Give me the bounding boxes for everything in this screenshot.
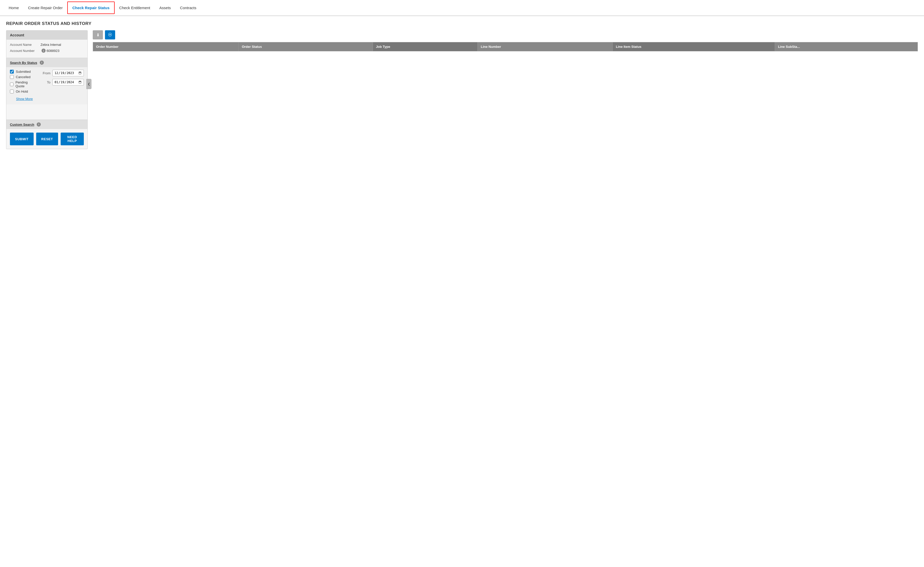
account-number-label: Account Number [10,49,41,52]
toolbar: ⬇ ⦿ [93,30,918,39]
col-line-number: Line Number [478,42,613,51]
status-checkboxes: Submitted Cancelled Pending Quote [10,70,36,93]
nav-check-entitlement[interactable]: Check Entitlement [114,0,155,15]
nav-create-repair-order[interactable]: Create Repair Order [23,0,67,15]
account-number-row: Account Number i 6088923 [10,49,84,52]
col-line-item-status: Line Item Status [613,42,775,51]
account-name-row: Account Name Zebra Internal [10,43,84,46]
account-number-info-icon[interactable]: i [42,49,46,52]
account-section-header: Account [6,30,87,40]
main-layout: Account Account Name Zebra Internal Acco… [6,30,918,149]
download-icon: ⬇ [96,33,99,38]
submit-button[interactable]: SUBMIT [10,133,34,146]
col-order-status: Order Status [239,42,373,51]
to-date-input[interactable] [53,79,84,86]
col-order-number: Order Number [93,42,239,51]
search-body: Submitted Cancelled Pending Quote [6,67,87,104]
download-button[interactable]: ⬇ [93,30,103,39]
table-header-row: Order Number Order Status Job Type Line … [93,42,918,51]
account-number-value: 6088923 [47,49,60,52]
nav-home[interactable]: Home [4,0,23,15]
page-title: REPAIR ORDER STATUS AND HISTORY [6,21,918,26]
checkbox-on-hold-label: On Hold [16,90,28,93]
table-header: Order Number Order Status Job Type Line … [93,42,918,51]
from-date-label: From [41,71,50,75]
from-date-row: From [41,70,84,76]
checkbox-submitted[interactable] [10,70,14,74]
collapse-icon: ❮ [88,82,90,86]
checkbox-submitted-row: Submitted [10,70,31,74]
custom-search-header[interactable]: Custom Search i [6,120,87,129]
right-panel: ⬇ ⦿ Order Number Order Status Job Type L… [93,30,918,51]
show-more-link[interactable]: Show More [16,97,33,101]
checkbox-cancelled[interactable] [10,75,14,79]
results-table-container: Order Number Order Status Job Type Line … [93,42,918,51]
nav-assets[interactable]: Assets [155,0,176,15]
checkbox-on-hold-row: On Hold [10,90,28,93]
checkbox-pending-quote-label: Pending Quote [15,80,36,88]
col-job-type: Job Type [373,42,478,51]
checkbox-cancelled-row: Cancelled [10,75,30,79]
columns-icon: ⦿ [108,33,112,37]
account-body: Account Name Zebra Internal Account Numb… [6,40,87,58]
checkbox-on-hold[interactable] [10,90,14,93]
from-date-input[interactable] [53,70,84,76]
collapse-panel-button[interactable]: ❮ [86,79,92,89]
results-table: Order Number Order Status Job Type Line … [93,42,918,51]
checkbox-pending-quote[interactable] [10,82,14,86]
action-buttons: SUBMIT RESET NEED HELP [6,129,87,149]
checkbox-dates-row: Submitted Cancelled Pending Quote [10,70,84,96]
page-content: REPAIR ORDER STATUS AND HISTORY Account … [0,16,924,154]
reset-button[interactable]: RESET [36,133,58,146]
account-name-label: Account Name [10,43,41,46]
custom-search-info-icon[interactable]: i [37,122,41,126]
columns-button[interactable]: ⦿ [105,30,115,39]
checkbox-cancelled-label: Cancelled [16,75,30,79]
col-line-sub-status: Line SubSta... [775,42,918,51]
top-navigation: Home Create Repair Order Check Repair St… [0,0,924,16]
checkbox-pending-quote-row: Pending Quote [10,80,36,88]
custom-search-label: Custom Search [10,123,34,126]
to-date-row: To [41,79,84,86]
need-help-button[interactable]: NEED HELP [61,133,84,146]
left-panel-wrapper: Account Account Name Zebra Internal Acco… [6,30,88,149]
nav-menu: Home Create Repair Order Check Repair St… [4,0,201,15]
checkbox-submitted-label: Submitted [16,70,31,74]
search-by-status-header[interactable]: Search By Status i [6,58,87,67]
to-date-label: To [41,80,50,84]
date-range-group: From To [41,70,84,87]
account-name-value: Zebra Internal [41,43,61,46]
nav-check-repair-status[interactable]: Check Repair Status [67,2,114,14]
nav-contracts[interactable]: Contracts [176,0,201,15]
left-panel: Account Account Name Zebra Internal Acco… [6,30,88,149]
search-by-status-label: Search By Status [10,61,37,64]
search-by-status-info-icon[interactable]: i [40,61,44,64]
